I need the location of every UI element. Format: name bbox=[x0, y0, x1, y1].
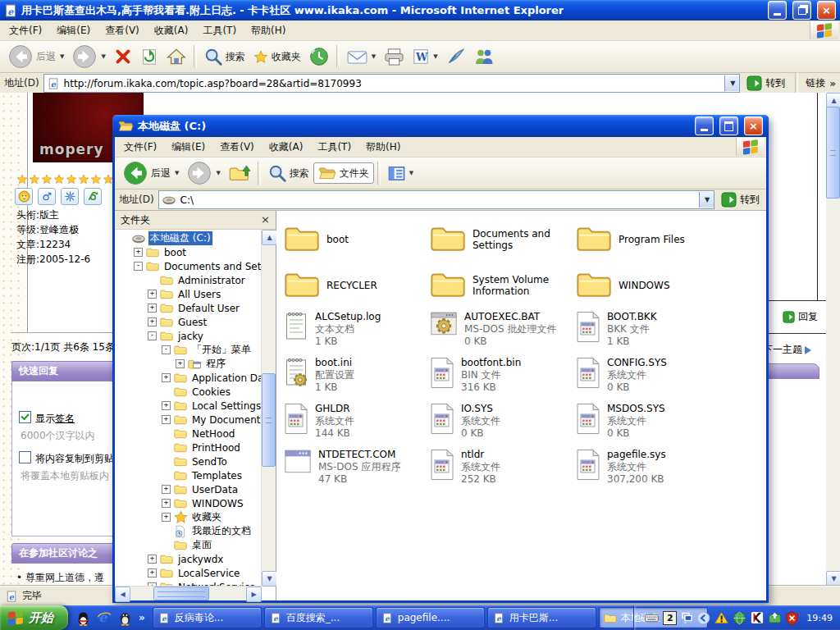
expand-icon[interactable]: + bbox=[162, 513, 171, 522]
menu-0[interactable]: 文件(F) bbox=[116, 138, 164, 157]
file-item[interactable]: BOOT.BKKBKK 文件1 KB bbox=[576, 308, 722, 354]
qq-icon[interactable] bbox=[75, 610, 91, 626]
page-scrollbar[interactable]: ▲ ▼ bbox=[826, 93, 840, 587]
expand-icon[interactable]: + bbox=[134, 248, 143, 257]
tree-item-2[interactable]: -Documents and Settings bbox=[115, 259, 262, 273]
toolbar-swoosh-button[interactable] bbox=[442, 44, 470, 69]
scroll-down-icon[interactable]: ▼ bbox=[826, 571, 840, 587]
tree-item-7[interactable]: -jacky bbox=[115, 329, 262, 343]
file-item[interactable]: bootfont.binBIN 文件316 KB bbox=[430, 354, 576, 400]
device-eject-icon[interactable] bbox=[768, 611, 782, 624]
tree-item-19[interactable]: +WINDOWS bbox=[115, 496, 262, 510]
expand-icon[interactable]: + bbox=[148, 290, 157, 299]
collapse-icon[interactable]: - bbox=[148, 331, 157, 340]
penguin-app-icon[interactable] bbox=[117, 610, 133, 626]
toolbar-favorites-star-button[interactable]: 收藏夹 bbox=[249, 48, 305, 66]
file-item[interactable]: CONFIG.SYS系统文件0 KB bbox=[576, 354, 722, 400]
show-signature-checkbox[interactable] bbox=[19, 411, 31, 423]
toolbar-back-circle-green-button[interactable]: 后退▼ bbox=[119, 158, 183, 188]
minimize-button[interactable] bbox=[768, 1, 787, 20]
hide-tray-icons-icon[interactable] bbox=[696, 611, 710, 625]
tree-item-20[interactable]: +收藏夹 bbox=[115, 510, 262, 524]
go-button[interactable]: 转到 bbox=[719, 192, 762, 208]
collapse-icon[interactable]: - bbox=[134, 262, 143, 271]
scrollbar-thumb[interactable] bbox=[153, 587, 209, 600]
tree-item-24[interactable]: +LocalService bbox=[115, 566, 262, 580]
tree-item-18[interactable]: +UserData bbox=[115, 482, 262, 496]
menu-5[interactable]: 帮助(H) bbox=[358, 138, 408, 157]
folder-item[interactable]: boot bbox=[284, 217, 430, 262]
file-item[interactable]: pagefile.sys系统文件307,200 KB bbox=[576, 446, 722, 492]
scrollbar-thumb[interactable] bbox=[262, 373, 276, 467]
toolbar-forward-circle-gray-button[interactable]: ▼ bbox=[183, 158, 224, 188]
tree-item-9[interactable]: +程序 bbox=[115, 357, 262, 371]
quick-launch-overflow-chevron[interactable]: » bbox=[139, 612, 145, 623]
next-topic-link[interactable]: 下一主题 bbox=[763, 343, 811, 357]
keyboard-icon[interactable] bbox=[645, 613, 659, 623]
minimize-button[interactable] bbox=[695, 116, 714, 135]
toolbar-home-button[interactable] bbox=[162, 45, 190, 68]
toolbar-messenger-button[interactable] bbox=[470, 46, 498, 67]
tree-vertical-scrollbar[interactable]: ▲ ▼ bbox=[261, 230, 276, 587]
toolbar-refresh-button[interactable] bbox=[136, 44, 162, 69]
maximize-button[interactable] bbox=[719, 116, 738, 135]
close-button[interactable]: × bbox=[817, 1, 836, 20]
menu-3[interactable]: 收藏(A) bbox=[147, 21, 196, 40]
file-item[interactable]: IO.SYS系统文件0 KB bbox=[430, 400, 576, 446]
toolbar-search-button[interactable]: 搜索 bbox=[264, 162, 313, 185]
menu-4[interactable]: 工具(T) bbox=[310, 138, 358, 157]
expand-icon[interactable]: + bbox=[162, 415, 171, 424]
tree-item-6[interactable]: +Guest bbox=[115, 315, 262, 329]
expand-icon[interactable]: + bbox=[162, 499, 171, 508]
expand-icon[interactable]: + bbox=[148, 555, 157, 564]
explorer-titlebar[interactable]: 本地磁盘 (C:) × bbox=[112, 115, 769, 137]
folder-item[interactable]: RECYCLER bbox=[284, 262, 430, 308]
tree-item-0[interactable]: 本地磁盘 (C:) bbox=[115, 231, 262, 245]
expand-icon[interactable]: + bbox=[148, 304, 157, 313]
address-dropdown-button[interactable]: ▼ bbox=[724, 75, 739, 91]
toolbar-back-circle-gray-button[interactable]: 后退▼ bbox=[4, 42, 68, 71]
tree-item-11[interactable]: Cookies bbox=[115, 385, 262, 399]
file-item[interactable]: NTDETECT.COMMS-DOS 应用程序47 KB bbox=[284, 446, 430, 492]
expand-icon[interactable]: + bbox=[176, 359, 185, 368]
menu-0[interactable]: 文件(F) bbox=[2, 21, 49, 40]
toolbar-up-folder-button[interactable] bbox=[225, 161, 254, 185]
address-input[interactable] bbox=[179, 194, 696, 207]
menu-1[interactable]: 编辑(E) bbox=[49, 21, 98, 40]
file-item[interactable]: AUTOEXEC.BATMS-DOS 批处理文件0 KB bbox=[430, 308, 576, 354]
file-item[interactable]: boot.ini配置设置1 KB bbox=[284, 354, 430, 400]
tree-item-17[interactable]: Templates bbox=[115, 468, 262, 482]
expand-icon[interactable]: + bbox=[148, 317, 157, 326]
signature-link[interactable]: 签名 bbox=[55, 413, 75, 424]
expand-icon[interactable]: + bbox=[162, 373, 171, 382]
taskbar-button-2[interactable]: epagefile.... bbox=[376, 607, 485, 628]
copy-clipboard-checkbox[interactable] bbox=[19, 451, 31, 463]
restore-button[interactable] bbox=[792, 1, 811, 20]
expand-icon[interactable]: + bbox=[162, 401, 171, 410]
tree-item-3[interactable]: Administrator bbox=[115, 273, 262, 287]
ie-titlebar[interactable]: e 用卡巴斯基查出木马,高手帮我看看.附上日志. - 卡卡社区 www.ikak… bbox=[0, 0, 840, 21]
start-button[interactable]: 开始 bbox=[0, 605, 68, 630]
expand-icon[interactable]: + bbox=[162, 485, 171, 494]
folder-item[interactable]: System Volume Information bbox=[430, 262, 576, 308]
links-overflow-chevron[interactable]: » bbox=[829, 78, 836, 89]
taskbar-button-3[interactable]: e用卡巴斯... bbox=[487, 607, 596, 628]
toolbar-word-button[interactable]: W▼ bbox=[409, 46, 441, 67]
scrollbar-thumb[interactable] bbox=[826, 107, 840, 199]
file-item[interactable]: MSDOS.SYS系统文件0 KB bbox=[576, 400, 722, 446]
menu-3[interactable]: 收藏(A) bbox=[262, 138, 311, 157]
tree-item-5[interactable]: +Default User bbox=[115, 301, 262, 315]
internet-explorer-icon[interactable]: e bbox=[97, 610, 112, 625]
scroll-up-icon[interactable]: ▲ bbox=[262, 230, 277, 245]
folder-item[interactable]: Documents and Settings bbox=[430, 217, 576, 262]
tree-item-4[interactable]: +All Users bbox=[115, 287, 262, 301]
language-bar-icon[interactable] bbox=[681, 612, 692, 623]
file-item[interactable]: GHLDR系统文件144 KB bbox=[284, 400, 430, 446]
menu-5[interactable]: 帮助(H) bbox=[244, 21, 293, 40]
toolbar-folders-button[interactable]: 文件夹 bbox=[313, 162, 374, 184]
scroll-right-icon[interactable]: ▶ bbox=[246, 587, 262, 602]
ime-icon[interactable]: 2 bbox=[663, 611, 677, 625]
tree-item-21[interactable]: 我最近的文档 bbox=[115, 524, 262, 538]
toolbar-search-button[interactable]: 搜索 bbox=[200, 45, 249, 68]
go-button[interactable]: 转到 bbox=[744, 75, 788, 91]
